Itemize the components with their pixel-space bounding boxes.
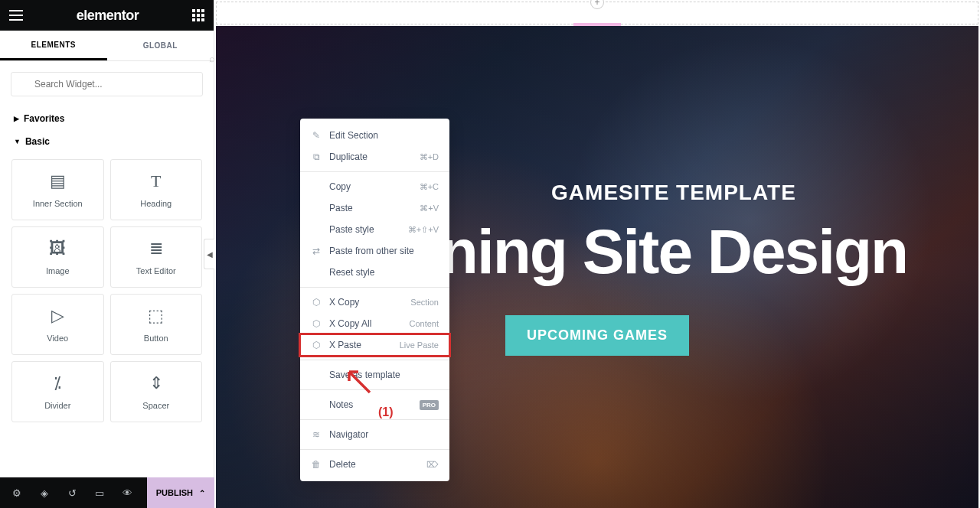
- menu-icon[interactable]: [9, 10, 23, 21]
- menu-paste[interactable]: Paste⌘+V: [300, 197, 449, 219]
- hexagon-icon: ⬡: [311, 318, 322, 329]
- widget-inner-section[interactable]: ▤Inner Section: [11, 159, 104, 220]
- tab-elements[interactable]: ELEMENTS: [0, 31, 107, 60]
- divider: [300, 419, 449, 420]
- publish-button[interactable]: PUBLISH⌃: [147, 477, 214, 508]
- divider: [300, 389, 449, 390]
- widget-video[interactable]: ▷Video: [11, 294, 104, 355]
- sidebar-header: elementor: [0, 0, 214, 31]
- history-icon[interactable]: ↺: [58, 477, 86, 508]
- search-input[interactable]: [11, 72, 203, 96]
- bottom-bar: ⚙ ◈ ↺ ▭ 👁 PUBLISH⌃: [0, 477, 214, 508]
- menu-navigator[interactable]: ≋Navigator: [300, 424, 449, 445]
- menu-save-template[interactable]: Save as template: [300, 364, 449, 386]
- panel-tabs: ELEMENTS GLOBAL: [0, 31, 214, 61]
- hexagon-icon: ⬡: [311, 340, 322, 350]
- logo: elementor: [77, 8, 139, 24]
- responsive-icon[interactable]: ▭: [86, 477, 113, 508]
- divider-icon: ⁒: [54, 373, 61, 393]
- menu-x-paste[interactable]: ⬡X PasteLive Paste: [300, 334, 449, 356]
- collapse-panel-button[interactable]: ◀: [204, 239, 214, 269]
- layers-icon: ≋: [311, 429, 322, 440]
- trash-icon: 🗑: [311, 459, 322, 470]
- menu-paste-style[interactable]: Paste style⌘+⇧+V: [300, 219, 449, 240]
- category-basic[interactable]: ▼Basic: [0, 130, 214, 153]
- settings-icon[interactable]: ⚙: [3, 477, 31, 508]
- menu-x-copy-all[interactable]: ⬡X Copy AllContent: [300, 313, 449, 334]
- image-icon: 🖼: [49, 239, 66, 259]
- transfer-icon: ⇄: [311, 246, 322, 256]
- menu-x-copy[interactable]: ⬡X CopySection: [300, 291, 449, 313]
- divider: [300, 360, 449, 360]
- divider: [300, 449, 449, 450]
- divider: [300, 171, 449, 172]
- revisions-icon[interactable]: ◈: [31, 477, 58, 508]
- play-icon: ▷: [51, 306, 64, 326]
- menu-paste-other-site[interactable]: ⇄Paste from other site: [300, 240, 449, 262]
- delete-key-icon: ⌦: [426, 460, 439, 470]
- sidebar-panel: elementor ELEMENTS GLOBAL ⌕ ▶Favorites ▼…: [0, 0, 214, 477]
- widget-divider[interactable]: ⁒Divider: [11, 361, 104, 422]
- menu-reset-style[interactable]: Reset style: [300, 262, 449, 283]
- search-container: ⌕: [0, 61, 214, 107]
- upcoming-games-button[interactable]: UPCOMING GAMES: [505, 315, 689, 356]
- chevron-up-icon: ⌃: [199, 489, 205, 497]
- text-icon: T: [151, 171, 161, 191]
- category-favorites[interactable]: ▶Favorites: [0, 107, 214, 130]
- hero-subtitle: GAMESITE TEMPLATE: [551, 181, 796, 205]
- chevron-right-icon: ▶: [14, 115, 19, 122]
- widget-heading[interactable]: THeading: [110, 159, 203, 220]
- preview-icon[interactable]: 👁: [113, 477, 141, 508]
- menu-edit-section[interactable]: ✎Edit Section: [300, 125, 449, 146]
- widget-spacer[interactable]: ⇕Spacer: [110, 361, 203, 422]
- chevron-down-icon: ▼: [14, 138, 21, 145]
- menu-copy[interactable]: Copy⌘+C: [300, 176, 449, 197]
- add-section-icon[interactable]: +: [590, 0, 604, 9]
- widget-button[interactable]: ⬚Button: [110, 294, 203, 355]
- menu-delete[interactable]: 🗑Delete⌦: [300, 454, 449, 475]
- columns-icon: ▤: [50, 171, 66, 191]
- hexagon-icon: ⬡: [311, 297, 322, 308]
- tab-global[interactable]: GLOBAL: [107, 31, 214, 60]
- spacer-icon: ⇕: [149, 373, 163, 393]
- lines-icon: ≣: [149, 239, 163, 259]
- empty-section[interactable]: +: [216, 2, 978, 24]
- divider: [300, 287, 449, 288]
- annotation-label: (1): [378, 405, 394, 419]
- duplicate-icon: ⧉: [311, 151, 322, 162]
- cursor-icon: ⬚: [148, 306, 164, 326]
- pencil-icon: ✎: [311, 130, 322, 141]
- widget-image[interactable]: 🖼Image: [11, 226, 104, 288]
- menu-duplicate[interactable]: ⧉Duplicate⌘+D: [300, 146, 449, 168]
- pro-badge: PRO: [420, 400, 439, 410]
- menu-notes[interactable]: NotesPRO: [300, 394, 449, 415]
- apps-icon[interactable]: [192, 9, 204, 21]
- widget-grid: ▤Inner Section THeading 🖼Image ≣Text Edi…: [0, 153, 214, 428]
- context-menu: ✎Edit Section ⧉Duplicate⌘+D Copy⌘+C Past…: [300, 119, 449, 481]
- widget-text-editor[interactable]: ≣Text Editor: [110, 226, 203, 288]
- hero-title: ning Site Design: [440, 216, 907, 288]
